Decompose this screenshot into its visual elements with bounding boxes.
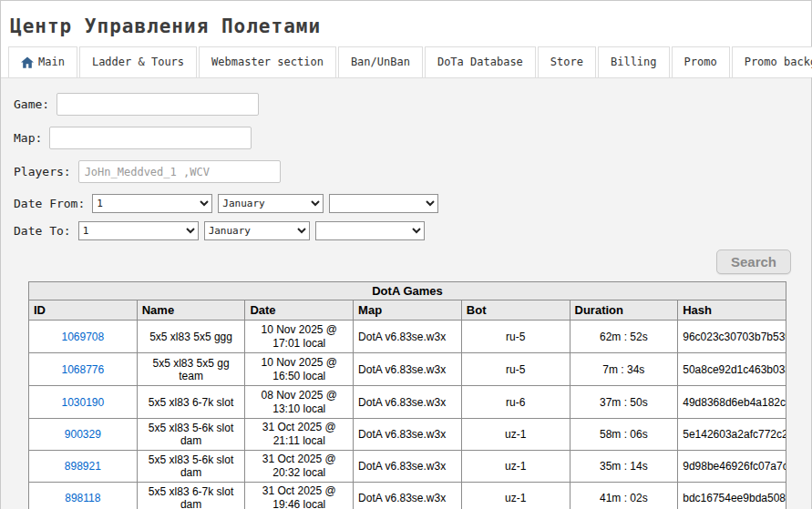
tab-promo-background[interactable]: Promo background [732, 46, 812, 77]
cell-bot: ru-6 [461, 386, 570, 419]
cell-bot: uz-1 [461, 451, 570, 483]
page: Центр Управления Полетами Main Ladder & … [0, 0, 812, 509]
game-id-link[interactable]: 898921 [65, 460, 101, 473]
cell-duration: 41m : 02s [570, 483, 678, 509]
cell-map: DotA v6.83se.w3x [354, 451, 462, 483]
tab-store[interactable]: Store [538, 46, 596, 77]
home-icon [21, 56, 34, 68]
header-hash: Hash [678, 300, 786, 321]
date-to-row: Date To: 1 January [14, 221, 811, 240]
cell-date: 10 Nov 2025 @ 16:50 local [245, 353, 354, 386]
header-bot: Bot [461, 300, 570, 321]
table-caption: DotA Games [29, 282, 786, 300]
tab-main-label: Main [38, 56, 65, 68]
cell-id: 1068776 [29, 353, 138, 386]
cell-date: 31 Oct 2025 @ 20:32 local [245, 451, 354, 483]
cell-id: 1030190 [29, 386, 138, 419]
cell-map: DotA v6.83se.w3x [354, 353, 462, 386]
cell-bot: ru-5 [461, 321, 570, 353]
date-from-day-select[interactable]: 1 [92, 194, 212, 213]
date-to-year-select[interactable] [315, 221, 425, 240]
date-from-label: Date From: [14, 197, 85, 210]
header-map: Map [354, 300, 462, 321]
nav-bar: Main Ladder & Tours Webmaster section Ba… [1, 46, 811, 78]
cell-id: 1069708 [29, 321, 138, 353]
cell-name: 5x5 xl83 5-6k slot dam [137, 419, 245, 451]
cell-name: 5x5 xl83 5x5 gg team [137, 353, 245, 386]
date-to-day-select[interactable]: 1 [78, 221, 199, 240]
game-id-link[interactable]: 1030190 [61, 396, 104, 409]
cell-id: 898118 [29, 483, 138, 509]
game-id-link[interactable]: 1069708 [61, 331, 104, 343]
date-from-year-select[interactable] [329, 194, 438, 213]
cell-name: 5x5 xl83 5-6k slot dam [137, 451, 245, 483]
cell-date: 10 Nov 2025 @ 17:01 local [245, 321, 354, 353]
cell-id: 898921 [29, 451, 138, 483]
tab-billing[interactable]: Billing [598, 46, 670, 77]
cell-name: 5x5 xl83 6-7k slot [137, 386, 245, 419]
table-header-row: ID Name Date Map Bot Duration Hash [29, 300, 786, 321]
cell-map: DotA v6.83se.w3x [354, 483, 462, 509]
cell-hash: 5e142603a2afc772c259c60b81fc0a207ad576e7 [678, 419, 786, 451]
tab-ban-unban[interactable]: Ban/UnBan [338, 46, 423, 77]
table-row: 8989215x5 xl83 5-6k slot dam31 Oct 2025 … [29, 451, 786, 483]
cell-duration: 58m : 06s [570, 419, 678, 451]
map-input[interactable] [49, 127, 252, 149]
cell-name: 5x5 xl83 6-7k slot dam [137, 483, 245, 509]
cell-hash: 49d8368d6eb4a182ca81bab8d7938250c6410048 [678, 386, 786, 419]
tab-dota-database[interactable]: DoTa Database [425, 46, 536, 77]
cell-hash: 96c023c30703b7b5396966371930e7ec226cbcc4 [678, 321, 786, 353]
header-date: Date [245, 300, 354, 321]
header-duration: Duration [570, 300, 678, 321]
game-id-link[interactable]: 898118 [65, 492, 100, 504]
table-row: 10687765x5 xl83 5x5 gg team10 Nov 2025 @… [29, 353, 786, 386]
cell-name: 5x5 xl83 5x5 ggg [137, 321, 245, 353]
page-title: Центр Управления Полетами [1, 1, 811, 46]
table-row: 9003295x5 xl83 5-6k slot dam31 Oct 2025 … [29, 419, 786, 451]
cell-duration: 62m : 52s [570, 321, 678, 353]
cell-hash: 9d98be46926fc07a7cf24bd1b7030e06520b9699 [678, 451, 786, 483]
game-input[interactable] [57, 93, 259, 116]
game-id-link[interactable]: 900329 [65, 428, 101, 441]
cell-bot: uz-1 [461, 483, 570, 509]
date-from-month-select[interactable]: January [218, 194, 324, 213]
game-row: Game: [14, 93, 811, 116]
cell-duration: 35m : 14s [570, 451, 678, 483]
cell-map: DotA v6.83se.w3x [354, 419, 462, 451]
players-input[interactable] [78, 160, 281, 183]
games-table: DotA Games ID Name Date Map Bot Duration… [28, 281, 786, 509]
tab-webmaster-section[interactable]: Webmaster section [199, 46, 336, 77]
table-row: 10697085x5 xl83 5x5 ggg10 Nov 2025 @ 17:… [29, 321, 786, 353]
map-label: Map: [14, 131, 42, 145]
cell-date: 31 Oct 2025 @ 21:11 local [245, 419, 354, 451]
date-to-month-select[interactable]: January [204, 221, 310, 240]
header-id: ID [29, 300, 138, 321]
cell-map: DotA v6.83se.w3x [354, 386, 462, 419]
date-to-label: Date To: [14, 224, 71, 238]
cell-duration: 7m : 34s [570, 353, 678, 386]
table-caption-row: DotA Games [29, 282, 786, 300]
header-name: Name [137, 300, 245, 321]
game-id-link[interactable]: 1068776 [61, 363, 104, 376]
tab-promo[interactable]: Promo [672, 46, 730, 77]
players-label: Players: [14, 165, 71, 178]
cell-id: 900329 [29, 419, 138, 451]
tab-main[interactable]: Main [8, 46, 77, 77]
map-row: Map: [14, 127, 811, 149]
cell-date: 08 Nov 2025 @ 13:10 local [245, 386, 354, 419]
cell-bot: ru-5 [461, 353, 570, 386]
cell-duration: 37m : 50s [570, 386, 678, 419]
table-row: 10301905x5 xl83 6-7k slot08 Nov 2025 @ 1… [29, 386, 786, 419]
cell-bot: uz-1 [461, 419, 570, 451]
tab-ladder-tours[interactable]: Ladder & Tours [79, 46, 197, 77]
cell-hash: 50a8ce92d1c463b03354a0a4a0909acfbee82cd6 [678, 353, 786, 386]
game-label: Game: [14, 97, 49, 111]
players-row: Players: [14, 160, 811, 183]
cell-hash: bdc16754ee9bda508e2f23612be3f9e281970bdf [678, 483, 786, 509]
search-row: Search [14, 249, 811, 274]
cell-map: DotA v6.83se.w3x [354, 321, 462, 353]
cell-date: 31 Oct 2025 @ 19:46 local [245, 483, 354, 509]
content: Game: Map: Players: Date From: 1 January… [1, 78, 811, 509]
search-button[interactable]: Search [716, 249, 791, 274]
games-table-body: 10697085x5 xl83 5x5 ggg10 Nov 2025 @ 17:… [29, 321, 786, 509]
